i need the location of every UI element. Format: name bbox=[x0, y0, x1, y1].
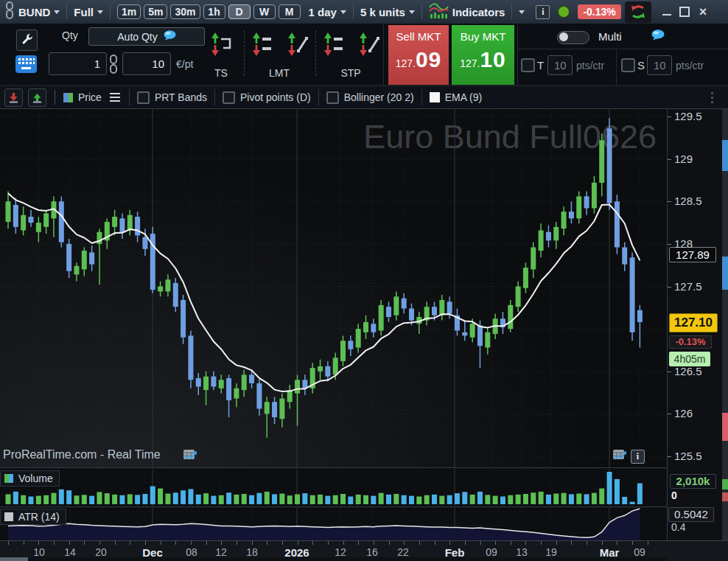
buy-stop-icon[interactable] bbox=[357, 32, 379, 60]
symbol-dropdown[interactable]: BUND bbox=[18, 6, 50, 18]
time-tick-label: 09 bbox=[634, 546, 645, 558]
timeframe-button-5m[interactable]: 5m bbox=[144, 4, 167, 19]
checkbox-icon[interactable] bbox=[137, 91, 150, 104]
volume-label: Volume bbox=[18, 473, 53, 484]
indicator-toggle-prt-bands[interactable]: PRT Bands bbox=[129, 89, 214, 105]
maximize-button[interactable] bbox=[679, 7, 690, 17]
timeframe-button-1h[interactable]: 1h bbox=[203, 4, 225, 19]
time-tick bbox=[8, 541, 9, 545]
indicator-toggle-group: PRT BandsPivot points (D)Bollinger (20 2… bbox=[129, 89, 489, 105]
import-drawing-button[interactable] bbox=[4, 88, 23, 107]
layout-mode-dropdown[interactable]: Full bbox=[74, 6, 94, 18]
chevron-down-icon[interactable] bbox=[409, 10, 415, 17]
time-tick-label: 13 bbox=[516, 546, 528, 558]
time-tick bbox=[435, 541, 435, 545]
list-settings-icon[interactable] bbox=[107, 89, 124, 106]
info-icon[interactable]: i bbox=[631, 450, 645, 464]
volume-legend[interactable]: Volume bbox=[0, 470, 60, 487]
economic-calendar-icon[interactable] bbox=[612, 449, 627, 464]
timeframe-button-30m[interactable]: 30m bbox=[170, 4, 200, 19]
link-windows-icon[interactable] bbox=[4, 1, 15, 22]
stop-input[interactable] bbox=[647, 55, 672, 75]
sell-limit-icon[interactable] bbox=[251, 32, 273, 60]
price-series-swatch[interactable] bbox=[63, 93, 73, 102]
chevron-down-icon[interactable] bbox=[54, 10, 60, 17]
sell-market-button[interactable]: Sell MKT 127.09 bbox=[388, 25, 449, 85]
timeframe-button-d[interactable]: D bbox=[228, 4, 251, 19]
indicator-toggle-ema-9[interactable]: EMA (9) bbox=[421, 89, 490, 105]
time-tick bbox=[587, 541, 587, 545]
price-tick-label: 125.5 bbox=[674, 450, 702, 462]
timeframe-button-w[interactable]: W bbox=[253, 4, 276, 19]
stp-label: STP bbox=[331, 67, 371, 79]
units-dropdown[interactable]: 5 k units bbox=[360, 6, 405, 18]
keypad-button[interactable] bbox=[15, 55, 37, 76]
separator bbox=[511, 4, 512, 19]
multi-toggle[interactable] bbox=[557, 31, 589, 44]
time-tick bbox=[99, 541, 100, 545]
ts-label: TS bbox=[205, 67, 237, 79]
sell-market-label: Sell MKT bbox=[388, 30, 449, 43]
checkbox-icon[interactable] bbox=[326, 91, 339, 104]
trailing-stop-icon[interactable] bbox=[209, 32, 231, 60]
order-settings-button[interactable] bbox=[16, 29, 38, 51]
time-tick bbox=[602, 541, 603, 545]
time-tick bbox=[175, 541, 176, 545]
price-axis[interactable]: 127.89 127.10 -0.13% 4h05m 2,010k 0 0.50… bbox=[667, 109, 728, 540]
time-tick-label: 18 bbox=[246, 546, 258, 558]
time-tick bbox=[374, 541, 374, 545]
info-icon[interactable]: i bbox=[536, 5, 550, 19]
minimize-button[interactable] bbox=[662, 14, 671, 15]
target-checkbox[interactable] bbox=[521, 58, 535, 72]
scrollbar-thumb[interactable] bbox=[0, 557, 28, 561]
chevron-down-icon[interactable] bbox=[519, 10, 525, 17]
main-chart[interactable]: Euro Bund Full0626 ProRealTime.com - Rea… bbox=[0, 109, 667, 467]
sell-stop-icon[interactable] bbox=[322, 32, 344, 60]
depth-segment bbox=[722, 413, 728, 441]
economic-calendar-icon[interactable] bbox=[183, 449, 197, 464]
speech-bubble-icon[interactable] bbox=[651, 29, 665, 43]
depth-segment bbox=[722, 257, 728, 290]
buy-limit-icon[interactable] bbox=[286, 32, 308, 60]
refresh-icon[interactable] bbox=[625, 1, 651, 23]
link-qty-icon[interactable] bbox=[108, 54, 119, 77]
timeframe-button-m[interactable]: M bbox=[279, 4, 301, 19]
indicators-button[interactable]: Indicators bbox=[452, 6, 505, 18]
time-tick bbox=[556, 541, 557, 545]
indicator-color-swatch[interactable] bbox=[430, 92, 440, 102]
close-button[interactable]: × bbox=[699, 7, 707, 17]
atr-chart-svg bbox=[0, 507, 667, 540]
timeframe-group: 1m5m30m1hDWM bbox=[117, 4, 301, 19]
time-tick bbox=[648, 541, 648, 545]
risk-input[interactable] bbox=[122, 52, 171, 75]
price-tick bbox=[668, 201, 671, 202]
export-drawing-button[interactable] bbox=[28, 88, 46, 107]
depth-segment bbox=[722, 492, 728, 501]
indicator-toggle-pivot-points-d[interactable]: Pivot points (D) bbox=[214, 89, 318, 105]
buy-market-button[interactable]: Buy MKT 127.10 bbox=[452, 25, 514, 85]
time-tick bbox=[130, 541, 130, 545]
checkbox-icon[interactable] bbox=[223, 91, 235, 104]
timeframe-button-1m[interactable]: 1m bbox=[117, 4, 141, 19]
stop-unit-label: pts/ctr bbox=[676, 60, 704, 72]
horizontal-scrollbar[interactable] bbox=[0, 557, 667, 561]
separator bbox=[110, 4, 111, 19]
target-input[interactable] bbox=[547, 55, 573, 75]
time-tick bbox=[343, 541, 344, 545]
depth-scroll-strip[interactable] bbox=[722, 109, 728, 540]
indicator-toggle-bollinger-20-2[interactable]: Bollinger (20 2) bbox=[318, 89, 421, 105]
period-dropdown[interactable]: 1 day bbox=[309, 6, 337, 18]
stop-checkbox[interactable] bbox=[621, 58, 635, 72]
quantity-input[interactable] bbox=[49, 52, 107, 75]
time-tick bbox=[358, 541, 359, 545]
indicators-icon[interactable] bbox=[429, 1, 449, 22]
change-tag: -0.13% bbox=[669, 335, 712, 349]
atr-legend[interactable]: ATR (14) bbox=[0, 509, 66, 525]
auto-qty-button[interactable]: Auto Qty bbox=[88, 27, 205, 46]
time-tick bbox=[24, 541, 24, 545]
wrench-icon bbox=[21, 32, 33, 48]
price-tick-label: 126 bbox=[674, 407, 693, 419]
chevron-down-icon[interactable] bbox=[97, 10, 103, 17]
more-options-icon[interactable] bbox=[711, 92, 713, 103]
chevron-down-icon[interactable] bbox=[340, 10, 346, 17]
